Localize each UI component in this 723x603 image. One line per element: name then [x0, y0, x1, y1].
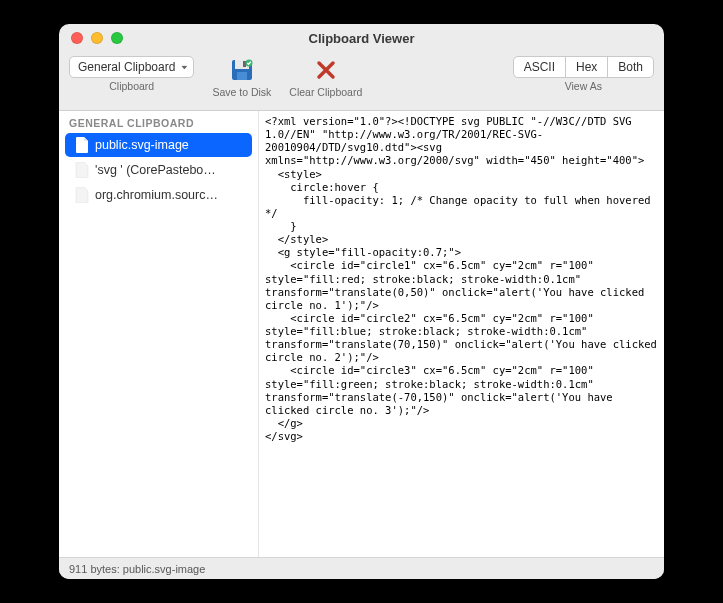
- save-group: Save to Disk: [212, 56, 271, 98]
- traffic-lights: [71, 32, 123, 44]
- svg-rect-2: [237, 72, 247, 80]
- window-title: Clipboard Viewer: [59, 31, 664, 46]
- viewas-group: ASCII Hex Both View As: [513, 56, 654, 92]
- file-icon: [75, 162, 89, 178]
- clear-clipboard-button[interactable]: [310, 56, 342, 84]
- titlebar[interactable]: Clipboard Viewer: [59, 24, 664, 52]
- x-icon: [315, 59, 337, 81]
- svg-rect-3: [243, 61, 246, 67]
- floppy-disk-icon: [229, 57, 255, 83]
- viewas-hex[interactable]: Hex: [565, 57, 607, 77]
- file-icon: [75, 137, 89, 153]
- sidebar-item-label: org.chromium.sourc…: [95, 188, 218, 202]
- content-view[interactable]: <?xml version="1.0"?><!DOCTYPE svg PUBLI…: [259, 111, 664, 557]
- close-button[interactable]: [71, 32, 83, 44]
- viewas-both[interactable]: Both: [607, 57, 653, 77]
- clipboard-dropdown[interactable]: General Clipboard: [69, 56, 194, 78]
- viewas-ascii[interactable]: ASCII: [514, 57, 565, 77]
- sidebar-section-header: GENERAL CLIPBOARD: [59, 111, 258, 132]
- statusbar: 911 bytes: public.svg-image: [59, 557, 664, 579]
- sidebar-item-label: public.svg-image: [95, 138, 189, 152]
- status-text: 911 bytes: public.svg-image: [69, 563, 205, 575]
- sidebar-item[interactable]: org.chromium.sourc…: [65, 183, 252, 207]
- clear-label: Clear Clipboard: [289, 86, 362, 98]
- save-to-disk-button[interactable]: [226, 56, 258, 84]
- minimize-button[interactable]: [91, 32, 103, 44]
- zoom-button[interactable]: [111, 32, 123, 44]
- viewas-segmented: ASCII Hex Both: [513, 56, 654, 78]
- body: GENERAL CLIPBOARD public.svg-image 'svg …: [59, 110, 664, 557]
- toolbar: General Clipboard Clipboard Save to Disk: [59, 52, 664, 110]
- sidebar-item[interactable]: 'svg ' (CorePastebo…: [65, 158, 252, 182]
- save-label: Save to Disk: [212, 86, 271, 98]
- clear-group: Clear Clipboard: [289, 56, 362, 98]
- sidebar[interactable]: GENERAL CLIPBOARD public.svg-image 'svg …: [59, 111, 259, 557]
- clipboard-label: Clipboard: [109, 80, 154, 92]
- clipboard-dropdown-value: General Clipboard: [78, 60, 175, 74]
- sidebar-item-label: 'svg ' (CorePastebo…: [95, 163, 216, 177]
- sidebar-item[interactable]: public.svg-image: [65, 133, 252, 157]
- file-icon: [75, 187, 89, 203]
- viewas-label: View As: [565, 80, 602, 92]
- app-window: Clipboard Viewer General Clipboard Clipb…: [59, 24, 664, 579]
- clipboard-group: General Clipboard Clipboard: [69, 56, 194, 92]
